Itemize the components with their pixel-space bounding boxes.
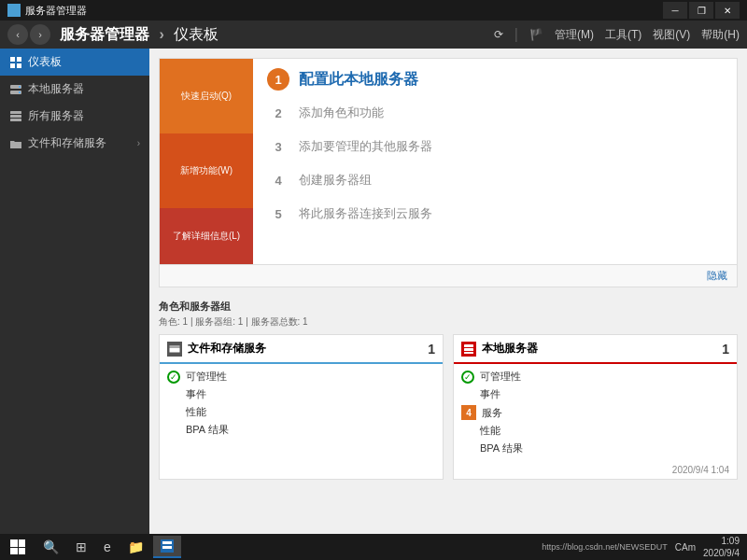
sidebar-label-file: 文件和存储服务 (28, 135, 106, 151)
learn-more-tile[interactable]: 了解详细信息(L) (160, 208, 253, 264)
service-badge: 4 (461, 405, 476, 420)
welcome-panel: 快速启动(Q) 新增功能(W) 了解详细信息(L) 1 配置此本地服务器 (159, 58, 738, 287)
svg-rect-14 (464, 352, 473, 354)
step-3[interactable]: 3 添加要管理的其他服务器 (267, 135, 723, 158)
local-manageability-label: 可管理性 (480, 370, 521, 384)
file-storage-title: 文件和存储服务 (188, 341, 422, 357)
svg-rect-2 (10, 63, 15, 68)
svg-rect-11 (169, 345, 180, 353)
title-bar: 服务器管理器 ─ ❐ ✕ (0, 0, 747, 21)
local-server-title: 本地服务器 (482, 341, 716, 357)
svg-rect-17 (162, 546, 172, 549)
taskbar-time-value: 1:09 (703, 535, 740, 547)
menu-view[interactable]: 视图(V) (653, 27, 690, 43)
app-icon (7, 4, 21, 17)
file-storage-bpa: BPA 结果 (167, 421, 435, 439)
new-features-tile[interactable]: 新增功能(W) (160, 133, 253, 208)
local-server-footer: 2020/9/4 1:04 (454, 461, 737, 479)
hide-button[interactable]: 隐藏 (160, 264, 737, 287)
taskbar-date-value: 2020/9/4 (703, 547, 740, 559)
svg-rect-13 (464, 348, 473, 351)
sidebar-item-all-servers[interactable]: 所有服务器 (0, 103, 149, 130)
svg-point-6 (19, 86, 21, 88)
step-4-number: 4 (267, 169, 289, 191)
menu-help[interactable]: 帮助(H) (701, 27, 740, 43)
cards-row: 文件和存储服务 1 ✓ 可管理性 事件 性能 BPA 结果 (149, 334, 747, 489)
taskbar-right: https://blog.csdn.net/NEWSEDUT CAm 1:09 … (542, 535, 743, 559)
welcome-steps: 1 配置此本地服务器 2 添加角色和功能 3 添加要管理的其他服务器 4 创建服… (253, 59, 737, 264)
menu-tools[interactable]: 工具(T) (605, 27, 641, 43)
quickstart-tile[interactable]: 快速启动(Q) (160, 59, 253, 133)
taskbar-server-manager[interactable] (153, 536, 181, 558)
step-2-number: 2 (267, 102, 289, 124)
step-2[interactable]: 2 添加角色和功能 (267, 102, 723, 124)
taskbar-items: 🔍 ⊞ e 📁 (35, 536, 181, 558)
file-storage-body: ✓ 可管理性 事件 性能 BPA 结果 (160, 364, 443, 442)
taskbar-clock: 1:09 2020/9/4 (703, 535, 740, 559)
restore-button[interactable]: ❐ (689, 2, 713, 19)
sidebar-label-dashboard: 仪表板 (28, 54, 62, 70)
step-1-number: 1 (267, 68, 289, 91)
local-server-bpa: BPA 结果 (461, 440, 729, 457)
menu-bar: ‹ › 服务器管理器 › 仪表板 ⟳ | 🏴 管理(M) 工具(T) 视图(V)… (0, 21, 747, 49)
status-ok-icon: ✓ (167, 371, 180, 384)
taskbar-ie[interactable]: e (96, 536, 119, 558)
new-features-label: 新增功能(W) (176, 162, 236, 179)
taskbar-explorer[interactable]: 📁 (120, 536, 151, 558)
title-bar-text: 服务器管理器 (25, 4, 87, 18)
local-server-card[interactable]: 本地服务器 1 ✓ 可管理性 事件 4 服务 性能 BPA 结果 (453, 334, 738, 480)
local-server-events: 事件 (461, 385, 729, 403)
welcome-inner: 快速启动(Q) 新增功能(W) 了解详细信息(L) 1 配置此本地服务器 (160, 59, 737, 264)
local-server-manageability: ✓ 可管理性 (461, 368, 729, 385)
taskbar-search[interactable]: 🔍 (35, 536, 66, 558)
manageability-label: 可管理性 (186, 370, 227, 384)
minimize-button[interactable]: ─ (663, 2, 687, 19)
roles-sub: 角色: 1 | 服务器组: 1 | 服务器总数: 1 (149, 315, 747, 334)
server-icon (9, 83, 22, 96)
grid-icon (9, 56, 22, 69)
servers-icon (9, 110, 22, 123)
local-server-services: 4 服务 (461, 403, 729, 422)
step-4-text: 创建服务器组 (299, 172, 372, 189)
sidebar-item-local-server[interactable]: 本地服务器 (0, 76, 149, 103)
step-4[interactable]: 4 创建服务器组 (267, 169, 723, 191)
folder-icon (9, 137, 22, 150)
services-label: 服务 (482, 406, 502, 420)
file-storage-count: 1 (428, 342, 435, 357)
windows-logo-icon (10, 539, 25, 554)
back-button[interactable]: ‹ (7, 24, 28, 45)
taskbar-url: https://blog.csdn.net/NEWSEDUT (542, 542, 668, 552)
cam-indicator: CAm (675, 542, 696, 553)
svg-rect-16 (162, 541, 172, 544)
file-storage-icon (167, 342, 182, 357)
svg-rect-0 (10, 57, 15, 62)
taskbar-task-view[interactable]: ⊞ (68, 536, 94, 558)
file-storage-card-header: 文件和存储服务 1 (160, 335, 443, 364)
svg-rect-3 (17, 63, 21, 68)
file-storage-performance: 性能 (167, 403, 435, 421)
forward-button[interactable]: › (30, 24, 50, 45)
menu-right: ⟳ | 🏴 管理(M) 工具(T) 视图(V) 帮助(H) (494, 26, 740, 43)
file-storage-card[interactable]: 文件和存储服务 1 ✓ 可管理性 事件 性能 BPA 结果 (159, 334, 444, 480)
sidebar-item-file-storage[interactable]: 文件和存储服务 › (0, 130, 149, 157)
svg-rect-9 (10, 115, 21, 118)
step-1[interactable]: 1 配置此本地服务器 (267, 68, 723, 91)
file-storage-manageability: ✓ 可管理性 (167, 368, 435, 385)
menu-manage[interactable]: 管理(M) (555, 27, 594, 43)
sidebar-label-local: 本地服务器 (28, 81, 84, 97)
file-storage-events: 事件 (167, 385, 435, 403)
sidebar-item-dashboard[interactable]: 仪表板 (0, 49, 149, 76)
step-5[interactable]: 5 将此服务器连接到云服务 (267, 203, 723, 225)
step-1-text: 配置此本地服务器 (299, 70, 418, 90)
start-button[interactable] (4, 536, 32, 558)
close-button[interactable]: ✕ (715, 2, 740, 19)
page-title: 服务器管理器 › 仪表板 (60, 25, 494, 45)
taskbar: 🔍 ⊞ e 📁 https://blog.csdn.net/NEWSEDUT C… (0, 534, 747, 560)
learn-more-label: 了解详细信息(L) (169, 228, 244, 245)
local-status-ok-icon: ✓ (461, 371, 474, 384)
main-layout: 仪表板 本地服务器 所有服务器 (0, 49, 747, 534)
step-5-number: 5 (267, 203, 289, 225)
sidebar: 仪表板 本地服务器 所有服务器 (0, 49, 149, 534)
local-server-body: ✓ 可管理性 事件 4 服务 性能 BPA 结果 (454, 364, 737, 461)
quickstart-label: 快速启动(Q) (177, 88, 235, 105)
